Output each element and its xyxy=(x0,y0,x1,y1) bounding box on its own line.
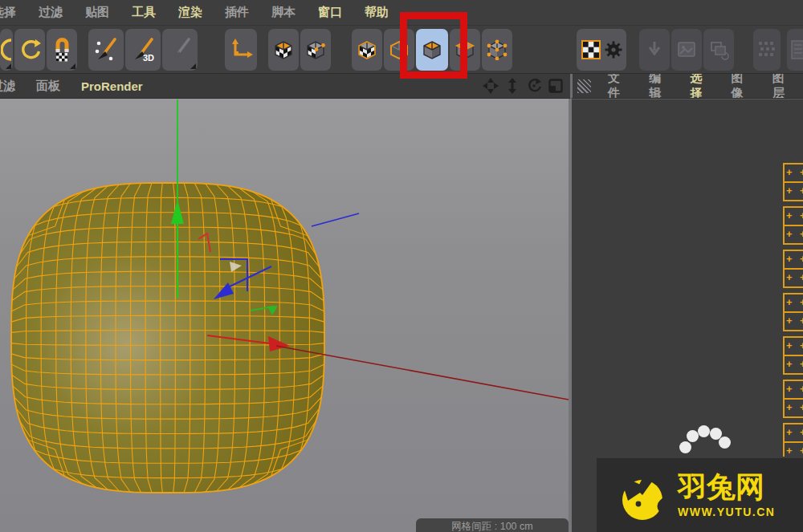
uv-tile[interactable]: ++ xyxy=(783,250,803,270)
submenu-corner-icon xyxy=(70,63,75,69)
plus-mark-icon: + xyxy=(800,339,803,353)
menubar-item-select[interactable]: 选择 xyxy=(0,5,27,20)
cube-texture-points-button[interactable] xyxy=(300,29,331,71)
menubar-item-tools[interactable]: 工具 xyxy=(120,5,167,20)
cube-edges-button[interactable] xyxy=(450,29,480,71)
image-button[interactable] xyxy=(671,29,702,71)
loading-dot xyxy=(719,437,731,449)
paint-brush-disabled-icon xyxy=(167,37,193,63)
plus-mark-icon: + xyxy=(800,400,803,415)
plus-mark-icon: + xyxy=(800,227,803,242)
uv-tile[interactable]: ++ xyxy=(783,268,803,288)
loading-dot xyxy=(698,425,710,437)
watermark-url: WWW.YUTU.CN xyxy=(678,506,775,518)
plus-mark-icon: + xyxy=(800,184,803,198)
cube-texture-points-icon xyxy=(305,39,326,60)
uv-tile[interactable]: ++ xyxy=(783,380,803,400)
submenu-corner-icon xyxy=(190,63,196,69)
menubar-item-help[interactable]: 帮助 xyxy=(353,5,400,20)
toolbar-group-3 xyxy=(268,29,331,71)
rotate-icon xyxy=(18,38,42,62)
paint-brush-dots-button[interactable] xyxy=(88,29,124,71)
scale-partial-icon xyxy=(1,38,12,62)
menubar-item-script[interactable]: 脚本 xyxy=(260,5,307,20)
layers-sync-icon xyxy=(708,39,729,60)
plus-mark-icon: + xyxy=(786,227,793,242)
list-button[interactable] xyxy=(787,29,803,71)
texture-panel-menu-file[interactable]: 文件 xyxy=(597,74,638,99)
texture-checker-icon xyxy=(581,39,601,60)
arrow-down-button[interactable] xyxy=(639,29,670,71)
uv-tile[interactable]: ++ xyxy=(783,398,803,418)
plus-mark-icon: + xyxy=(786,165,793,180)
plus-mark-icon: + xyxy=(786,314,793,328)
uv-tile[interactable]: ++ xyxy=(783,441,803,457)
menubar-item-filter[interactable]: 过滤 xyxy=(27,5,74,20)
cube-edges-icon xyxy=(454,39,475,60)
texture-panel-menu-layer[interactable]: 图层 xyxy=(762,74,803,99)
plus-mark-icon: + xyxy=(800,295,803,310)
uv-tile[interactable]: ++ xyxy=(783,181,803,201)
list-icon xyxy=(790,39,803,60)
cube-points-icon xyxy=(487,39,507,60)
uv-tile[interactable]: ++ xyxy=(783,163,803,183)
cube-outline-button[interactable] xyxy=(384,29,414,71)
gear-icon xyxy=(604,40,623,59)
dots-grid-button[interactable] xyxy=(753,29,781,71)
toolbar-group-4 xyxy=(352,29,512,71)
watermark-title: 羽兔网 xyxy=(678,473,775,502)
viewport-canvas[interactable]: 网格间距 : 100 cm xyxy=(0,99,569,532)
texture-panel-menu-image[interactable]: 图像 xyxy=(721,74,762,99)
viewport-menu-panel[interactable]: 面板 xyxy=(26,79,71,94)
rotate-button[interactable] xyxy=(14,29,45,71)
menubar-item-texture-map[interactable]: 贴图 xyxy=(74,5,120,20)
paint-brush-3d-button[interactable]: 3D xyxy=(125,29,161,71)
plus-mark-icon: + xyxy=(786,295,793,310)
plus-mark-icon: + xyxy=(800,444,803,457)
uv-tile[interactable]: ++ xyxy=(783,311,803,331)
scale-partial-button[interactable] xyxy=(0,29,13,71)
uv-tile[interactable]: ++ xyxy=(783,206,803,226)
pan-icon[interactable] xyxy=(483,78,499,94)
panel-grip-handle[interactable] xyxy=(577,79,591,93)
rotate-view-icon[interactable] xyxy=(526,78,542,94)
snap-magnet-icon xyxy=(50,36,74,63)
toolbar-group-2 xyxy=(225,29,257,71)
cinema4d-window: 选择过滤贴图工具渲染插件脚本窗口帮助 3D 过滤面板ProRender 文件编辑… xyxy=(0,0,803,532)
yutu-rabbit-logo-icon xyxy=(618,471,667,521)
layers-sync-button[interactable] xyxy=(703,29,734,71)
viewport-menu-filter[interactable]: 过滤 xyxy=(0,79,26,94)
uv-tile[interactable]: ++ xyxy=(783,355,803,375)
toolbar-group-1: 3D xyxy=(88,29,198,71)
cube-points-button[interactable] xyxy=(482,29,512,71)
paint-brush-disabled-button[interactable] xyxy=(162,29,198,71)
viewport-menu-prorender[interactable]: ProRender xyxy=(71,79,153,93)
menubar-item-plugins[interactable]: 插件 xyxy=(214,5,260,20)
snap-magnet-button[interactable] xyxy=(47,29,77,71)
menubar-item-window[interactable]: 窗口 xyxy=(307,5,353,20)
texture-view-settings-button[interactable] xyxy=(577,29,626,71)
toggle-views-icon[interactable] xyxy=(548,78,564,94)
zoom-view-icon[interactable] xyxy=(504,78,520,94)
uv-tile[interactable]: ++ xyxy=(783,293,803,313)
secondary-bars: 过滤面板ProRender 文件编辑选择图像图层 xyxy=(0,74,803,99)
plus-mark-icon: + xyxy=(800,165,803,180)
plus-mark-icon: + xyxy=(786,184,793,198)
cube-texture-button[interactable] xyxy=(268,29,299,71)
cube-outline-icon xyxy=(389,39,410,60)
svg-text:3D: 3D xyxy=(143,53,154,63)
texture-panel-menu-edit[interactable]: 编辑 xyxy=(638,74,679,99)
cube-model-button[interactable] xyxy=(416,29,448,71)
uv-tile[interactable]: ++ xyxy=(783,225,803,245)
uv-tile[interactable]: ++ xyxy=(783,423,803,443)
uv-tile[interactable]: ++ xyxy=(783,336,803,356)
plus-mark-icon: + xyxy=(786,252,793,266)
plus-mark-icon: + xyxy=(786,357,793,372)
texture-panel-menu-select[interactable]: 选择 xyxy=(679,74,720,99)
workplane-axis-button[interactable] xyxy=(225,29,257,71)
cube-uv-checker-button[interactable] xyxy=(352,29,382,71)
plus-mark-icon: + xyxy=(800,209,803,223)
uv-tile-column: ++++++++++++++++++++++++++++ xyxy=(783,163,803,457)
menubar-item-render[interactable]: 渲染 xyxy=(167,5,214,20)
content-row: 网格间距 : 100 cm ++++++++++++++++++++++++++… xyxy=(0,99,803,532)
